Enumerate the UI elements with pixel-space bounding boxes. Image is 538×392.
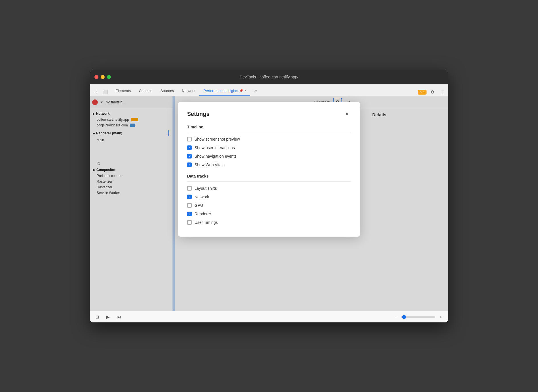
label-web-vitals: Show Web Vitals bbox=[194, 162, 224, 167]
settings-title: Settings bbox=[187, 111, 210, 117]
main-content: ▼ No throttlin… ▶ Network coffee-cart.ne… bbox=[90, 96, 448, 311]
play-icon: ▶ bbox=[106, 314, 110, 320]
warning-icon: ⚠ bbox=[419, 90, 422, 94]
label-user-interactions: Show user interactions bbox=[194, 145, 235, 150]
label-screenshot-preview: Show screenshot preview bbox=[194, 137, 240, 141]
tab-bar: ⊹ ⬜ Elements Console Sources Network Per… bbox=[90, 84, 448, 96]
skip-icon: ⏮ bbox=[117, 314, 121, 319]
bottom-bar: ⊡ ▶ ⏮ − + bbox=[90, 311, 448, 322]
label-renderer: Renderer bbox=[194, 212, 211, 216]
play-button[interactable]: ▶ bbox=[104, 313, 112, 321]
data-tracks-divider bbox=[187, 181, 351, 182]
device-toggle-btn[interactable]: ⬜ bbox=[101, 88, 109, 96]
settings-icon-btn[interactable]: ⚙ bbox=[428, 88, 436, 96]
maximize-traffic-light[interactable] bbox=[107, 75, 111, 79]
tab-network[interactable]: Network bbox=[178, 86, 200, 96]
zoom-slider[interactable] bbox=[401, 316, 435, 318]
tab-more[interactable]: » bbox=[250, 86, 261, 96]
label-network: Network bbox=[194, 195, 209, 199]
option-user-interactions[interactable]: Show user interactions bbox=[187, 145, 351, 150]
timeline-divider bbox=[187, 132, 351, 132]
label-layout-shifts: Layout shifts bbox=[194, 186, 217, 191]
cursor-icon-btn[interactable]: ⊹ bbox=[92, 88, 100, 96]
option-renderer[interactable]: Renderer bbox=[187, 212, 351, 216]
tab-performance-insights[interactable]: Performance insights 📌 × bbox=[199, 86, 250, 96]
label-gpu: GPU bbox=[194, 203, 203, 208]
option-web-vitals[interactable]: Show Web Vitals bbox=[187, 162, 351, 167]
screenshot-icon: ⊡ bbox=[96, 314, 99, 320]
modal-overlay: Settings × Timeline Show screenshot prev… bbox=[90, 96, 448, 311]
checkbox-user-timings[interactable] bbox=[187, 220, 192, 225]
tab-elements[interactable]: Elements bbox=[111, 86, 135, 96]
close-traffic-light[interactable] bbox=[94, 75, 98, 79]
option-navigation-events[interactable]: Show navigation events bbox=[187, 154, 351, 159]
checkbox-navigation-events[interactable] bbox=[187, 154, 192, 159]
option-layout-shifts[interactable]: Layout shifts bbox=[187, 186, 351, 191]
zoom-in-icon: + bbox=[440, 314, 442, 319]
option-network[interactable]: Network bbox=[187, 195, 351, 199]
tab-close-icon[interactable]: × bbox=[244, 89, 246, 93]
devtools-container: ⊹ ⬜ Elements Console Sources Network Per… bbox=[90, 84, 448, 322]
devtools-tabs: Elements Console Sources Network Perform… bbox=[111, 86, 418, 96]
screenshot-toggle-button[interactable]: ⊡ bbox=[93, 313, 101, 321]
label-user-timings: User Timings bbox=[194, 220, 218, 225]
data-tracks-section-title: Data tracks bbox=[187, 174, 351, 178]
title-bar: DevTools - coffee-cart.netlify.app/ bbox=[90, 70, 448, 84]
checkbox-gpu[interactable] bbox=[187, 203, 192, 208]
browser-window: DevTools - coffee-cart.netlify.app/ ⊹ ⬜ … bbox=[90, 70, 448, 322]
traffic-lights bbox=[94, 75, 111, 79]
label-navigation-events: Show navigation events bbox=[194, 154, 237, 159]
checkbox-screenshot-preview[interactable] bbox=[187, 137, 192, 141]
zoom-out-icon: − bbox=[394, 314, 397, 319]
warning-badge[interactable]: ⚠ 1 bbox=[418, 90, 427, 95]
more-icon-btn[interactable]: ⋮ bbox=[438, 88, 446, 96]
skip-back-button[interactable]: ⏮ bbox=[115, 313, 123, 321]
window-title: DevTools - coffee-cart.netlify.app/ bbox=[240, 75, 298, 79]
tab-bar-right-icons: ⚠ 1 ⚙ ⋮ bbox=[418, 88, 446, 96]
zoom-slider-thumb bbox=[402, 315, 406, 319]
checkbox-web-vitals[interactable] bbox=[187, 162, 192, 167]
data-tracks-gap: Data tracks Layout shifts Network bbox=[187, 174, 351, 225]
checkbox-renderer[interactable] bbox=[187, 212, 192, 216]
tab-console[interactable]: Console bbox=[135, 86, 156, 96]
option-user-timings[interactable]: User Timings bbox=[187, 220, 351, 225]
tab-bar-icons: ⊹ ⬜ bbox=[92, 88, 109, 96]
timeline-section-title: Timeline bbox=[187, 125, 351, 129]
checkbox-user-interactions[interactable] bbox=[187, 145, 192, 150]
settings-dialog: Settings × Timeline Show screenshot prev… bbox=[178, 102, 360, 237]
settings-close-button[interactable]: × bbox=[343, 110, 351, 118]
zoom-in-button[interactable]: + bbox=[437, 313, 445, 321]
close-icon: × bbox=[345, 111, 349, 117]
zoom-out-button[interactable]: − bbox=[391, 313, 399, 321]
bottom-bar-left: ⊡ ▶ ⏮ bbox=[93, 313, 123, 321]
minimize-traffic-light[interactable] bbox=[101, 75, 105, 79]
tab-sources[interactable]: Sources bbox=[156, 86, 178, 96]
checkbox-network[interactable] bbox=[187, 195, 192, 199]
bottom-bar-right: − + bbox=[391, 313, 445, 321]
option-screenshot-preview[interactable]: Show screenshot preview bbox=[187, 137, 351, 141]
pin-icon: 📌 bbox=[239, 89, 243, 93]
checkbox-layout-shifts[interactable] bbox=[187, 186, 192, 191]
settings-header: Settings × bbox=[187, 110, 351, 118]
option-gpu[interactable]: GPU bbox=[187, 203, 351, 208]
